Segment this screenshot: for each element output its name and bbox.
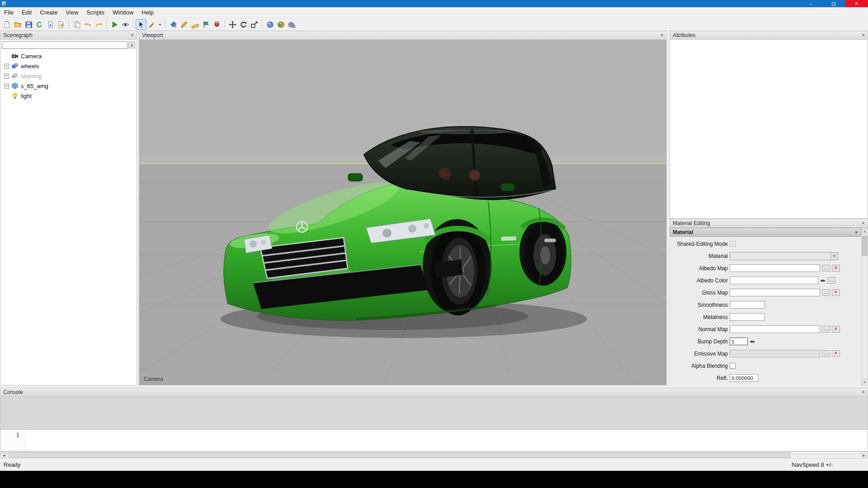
wand-dropdown-button[interactable]: ▼ bbox=[157, 19, 163, 30]
expander-icon[interactable]: + bbox=[4, 84, 9, 89]
render-sphere-button[interactable] bbox=[264, 19, 275, 30]
menu-create[interactable]: Create bbox=[36, 7, 61, 18]
attributes-body bbox=[670, 40, 868, 219]
material-scrollbar[interactable]: ▲ ▼ bbox=[861, 228, 868, 385]
albedo-map-clear-button[interactable]: × bbox=[832, 265, 840, 272]
scrollbar-thumb[interactable] bbox=[9, 452, 791, 458]
chevron-down-icon: ▼ bbox=[854, 230, 858, 235]
normal-map-clear-button[interactable]: × bbox=[832, 326, 840, 333]
move-tool-button[interactable] bbox=[227, 19, 238, 30]
smoothness-field[interactable] bbox=[730, 301, 765, 309]
console-output[interactable]: 1 bbox=[0, 397, 868, 451]
shared-editing-checkbox[interactable]: ✓ bbox=[730, 241, 736, 247]
tree-item-steering[interactable]: + steering bbox=[0, 71, 137, 81]
alpha-blending-checkbox[interactable] bbox=[730, 363, 736, 369]
console-close-icon[interactable]: × bbox=[862, 389, 865, 395]
snap-tool-button[interactable] bbox=[211, 19, 222, 30]
gloss-map-row: Gloss Map … × bbox=[670, 286, 861, 299]
scrollbar-thumb[interactable] bbox=[862, 236, 867, 256]
expander-icon[interactable]: + bbox=[4, 64, 9, 69]
pen-tool-button[interactable] bbox=[179, 19, 189, 30]
refl-field[interactable]: 0.000000 bbox=[730, 374, 759, 382]
material-section-title: Material bbox=[673, 229, 693, 235]
save-button[interactable] bbox=[23, 19, 34, 30]
close-button[interactable]: × bbox=[845, 0, 868, 7]
export-button[interactable] bbox=[56, 19, 66, 30]
scroll-right-icon[interactable]: ▶ bbox=[860, 452, 868, 458]
maximize-button[interactable] bbox=[822, 0, 845, 7]
minimize-button[interactable]: – bbox=[799, 0, 822, 7]
bump-depth-field[interactable]: 1 bbox=[730, 338, 748, 345]
play-button[interactable] bbox=[109, 19, 120, 30]
menu-file[interactable]: File bbox=[0, 7, 18, 18]
viewport-title: Viewport bbox=[142, 32, 163, 38]
emissive-map-field[interactable] bbox=[730, 350, 820, 357]
console-panel: Console × 1 ◀ ▶ bbox=[0, 388, 868, 459]
main-toolbar: ▼ bbox=[0, 19, 868, 31]
normal-map-browse-button[interactable]: … bbox=[822, 326, 830, 333]
viewport-3d-canvas[interactable]: Camera bbox=[139, 40, 667, 385]
scale-tool-button[interactable] bbox=[249, 19, 259, 30]
gloss-map-clear-button[interactable]: × bbox=[832, 289, 840, 296]
material-editing-close-icon[interactable]: × bbox=[862, 221, 865, 226]
tree-item-s65amg[interactable]: + s_65_amg bbox=[0, 81, 137, 91]
paint-bucket-icon bbox=[170, 21, 177, 28]
redo-button[interactable] bbox=[93, 19, 104, 30]
console-hscrollbar[interactable]: ◀ ▶ bbox=[0, 451, 868, 459]
albedo-map-browse-button[interactable]: … bbox=[822, 265, 830, 272]
console-input-area[interactable] bbox=[25, 430, 868, 451]
scenegraph-close-icon[interactable]: × bbox=[131, 33, 134, 38]
tree-item-wheels[interactable]: + wheels bbox=[0, 61, 137, 71]
bump-depth-spinner[interactable]: ◀▶ bbox=[750, 340, 755, 343]
menu-view[interactable]: View bbox=[61, 7, 82, 18]
material-select[interactable]: ▼ bbox=[730, 252, 838, 260]
console-script-editor[interactable]: 1 bbox=[0, 429, 868, 451]
gloss-map-browse-button[interactable]: … bbox=[822, 289, 830, 296]
expander-icon[interactable]: + bbox=[4, 74, 9, 79]
tree-item-light[interactable]: light bbox=[0, 91, 137, 101]
albedo-color-picker-button[interactable]: … bbox=[827, 277, 835, 284]
new-scene-button[interactable] bbox=[1, 19, 12, 30]
magic-wand-button[interactable] bbox=[146, 19, 157, 30]
open-file-button[interactable] bbox=[12, 19, 23, 30]
gloss-map-field[interactable] bbox=[730, 289, 820, 296]
render-sphere-icon bbox=[266, 21, 274, 28]
visibility-button[interactable] bbox=[120, 19, 131, 30]
scenegraph-filter-clear-button[interactable]: X bbox=[128, 42, 135, 48]
menu-scripts[interactable]: Scripts bbox=[82, 7, 108, 18]
copy-button[interactable] bbox=[71, 19, 82, 30]
paint-tool-button[interactable] bbox=[168, 19, 179, 30]
render-settings-button[interactable] bbox=[286, 19, 297, 30]
scroll-left-icon[interactable]: ◀ bbox=[0, 452, 8, 458]
line-number-gutter: 1 bbox=[0, 430, 25, 451]
import-button[interactable] bbox=[45, 19, 56, 30]
albedo-color-spinner[interactable]: ◀▶ bbox=[820, 279, 826, 282]
emissive-map-browse-button[interactable]: … bbox=[822, 350, 830, 357]
rotate-tool-button[interactable] bbox=[238, 19, 249, 30]
material-section-header[interactable]: Material ▼ bbox=[670, 228, 861, 237]
albedo-map-field[interactable] bbox=[730, 264, 820, 272]
undo-button[interactable] bbox=[82, 19, 93, 30]
normal-map-field[interactable] bbox=[730, 325, 820, 333]
metalness-field[interactable] bbox=[730, 313, 765, 321]
flag-tool-button[interactable] bbox=[200, 19, 211, 30]
attributes-close-icon[interactable]: × bbox=[862, 33, 865, 38]
refresh-button[interactable] bbox=[34, 19, 45, 30]
scroll-down-icon[interactable]: ▼ bbox=[862, 379, 868, 385]
chevron-down-icon[interactable]: ▼ bbox=[830, 253, 838, 260]
scroll-up-icon[interactable]: ▲ bbox=[862, 228, 868, 235]
tree-item-camera[interactable]: Camera bbox=[0, 51, 137, 61]
menu-window[interactable]: Window bbox=[108, 7, 137, 18]
albedo-color-swatch[interactable] bbox=[730, 277, 818, 284]
scenegraph-filter-input[interactable] bbox=[2, 41, 127, 49]
spin-right-icon: ▶ bbox=[752, 340, 755, 343]
material-sphere-button[interactable] bbox=[275, 19, 286, 30]
select-tool-button[interactable] bbox=[136, 19, 146, 30]
emissive-map-clear-button[interactable]: × bbox=[832, 350, 840, 357]
new-file-icon bbox=[3, 21, 11, 28]
menu-help[interactable]: Help bbox=[137, 7, 158, 18]
menu-edit[interactable]: Edit bbox=[18, 7, 36, 18]
play-icon bbox=[111, 21, 118, 28]
measure-tool-button[interactable] bbox=[189, 19, 200, 30]
viewport-close-icon[interactable]: × bbox=[660, 33, 664, 38]
